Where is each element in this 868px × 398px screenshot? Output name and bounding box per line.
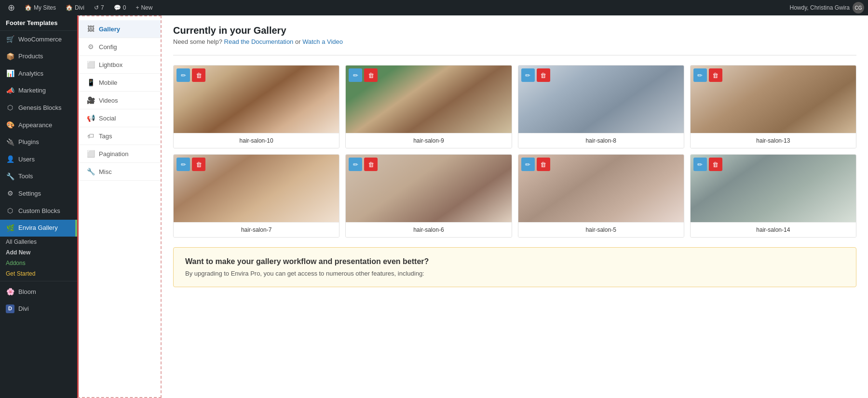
video-link[interactable]: Watch a Video (302, 38, 343, 45)
tab-pagination[interactable]: ⬜ Pagination (79, 145, 161, 163)
gallery-item[interactable]: ✏ 🗑 hair-salon-8 (518, 65, 684, 148)
image-label: hair-salon-5 (518, 222, 684, 237)
edit-image-button[interactable]: ✏ (693, 68, 707, 82)
woocommerce-icon: 🛒 (6, 35, 14, 44)
sidebar-header: Footer Templates (0, 15, 77, 31)
tags-tab-icon: 🏷 (86, 132, 95, 140)
products-icon: 📦 (6, 52, 14, 62)
my-sites-menu[interactable]: 🏠My Sites (21, 0, 60, 15)
sidebar-sub-all-galleries[interactable]: All Galleries (0, 237, 77, 247)
mobile-tab-icon: 📱 (86, 79, 95, 86)
sidebar-item-woocommerce[interactable]: 🛒 WooCommerce (0, 31, 77, 48)
tools-icon: 🔧 (6, 172, 14, 182)
gallery-tab-icon: 🖼 (86, 25, 95, 33)
delete-image-button[interactable]: 🗑 (537, 158, 550, 171)
delete-image-button[interactable]: 🗑 (364, 68, 378, 82)
users-icon: 👤 (6, 155, 14, 164)
delete-image-button[interactable]: 🗑 (709, 158, 722, 171)
gallery-item[interactable]: ✏ 🗑 hair-salon-5 (518, 154, 684, 238)
sidebar-item-appearance[interactable]: 🎨 Appearance (0, 117, 77, 134)
upgrade-banner: Want to make your gallery workflow and p… (173, 247, 856, 287)
tab-videos[interactable]: 🎥 Videos (79, 92, 161, 109)
gallery-item[interactable]: ✏ 🗑 hair-salon-13 (690, 65, 856, 148)
tab-config[interactable]: ⚙ Config (79, 38, 161, 56)
gallery-tab-sidebar: 🖼 Gallery ⚙ Config ⬜ Lightbox 📱 Mobile 🎥… (77, 15, 162, 398)
new-menu[interactable]: +New (132, 0, 156, 15)
sidebar-item-users[interactable]: 👤 Users (0, 151, 77, 168)
image-label: hair-salon-13 (691, 133, 856, 148)
misc-tab-icon: 🔧 (86, 168, 95, 175)
delete-image-button[interactable]: 🗑 (709, 68, 722, 82)
edit-image-button[interactable]: ✏ (521, 158, 535, 171)
plugins-icon: 🔌 (6, 138, 14, 147)
marketing-icon: 📣 (6, 86, 14, 96)
settings-icon: ⚙ (6, 189, 14, 199)
sidebar-item-envira-gallery[interactable]: 🌿 Envira Gallery (0, 220, 77, 237)
image-label: hair-salon-7 (174, 222, 339, 237)
gallery-help-text: Need some help? Read the Documentation o… (173, 38, 856, 45)
tab-tags[interactable]: 🏷 Tags (79, 127, 161, 145)
sidebar-item-analytics[interactable]: 📊 Analytics (0, 65, 77, 82)
upgrade-title: Want to make your gallery workflow and p… (185, 257, 844, 266)
updates-menu[interactable]: ↺7 (90, 0, 108, 15)
image-label: hair-salon-6 (346, 222, 511, 237)
appearance-icon: 🎨 (6, 120, 14, 130)
image-label: hair-salon-10 (174, 133, 339, 148)
sidebar-item-marketing[interactable]: 📣 Marketing (0, 82, 77, 100)
edit-image-button[interactable]: ✏ (349, 158, 362, 171)
sidebar-item-products[interactable]: 📦 Products (0, 48, 77, 66)
image-label: hair-salon-9 (346, 133, 511, 148)
sidebar-item-genesis-blocks[interactable]: ⬡ Genesis Blocks (0, 99, 77, 117)
edit-image-button[interactable]: ✏ (176, 158, 190, 171)
delete-image-button[interactable]: 🗑 (192, 68, 205, 82)
sidebar-item-divi[interactable]: D Divi (0, 301, 77, 317)
image-label: hair-salon-8 (518, 133, 684, 148)
edit-image-button[interactable]: ✏ (349, 68, 362, 82)
gallery-grid: ✏ 🗑 hair-salon-10 ✏ 🗑 (173, 65, 856, 238)
pagination-tab-icon: ⬜ (86, 150, 95, 158)
divi-menu[interactable]: 🏠Divi (62, 0, 88, 15)
envira-gallery-icon: 🌿 (6, 224, 14, 233)
tab-gallery[interactable]: 🖼 Gallery (79, 20, 161, 38)
sidebar-sub-get-started[interactable]: Get Started (0, 268, 77, 279)
gallery-section-title: Currently in your Gallery (173, 25, 856, 36)
tab-social[interactable]: 📢 Social (79, 109, 161, 127)
gallery-item[interactable]: ✏ 🗑 hair-salon-7 (173, 154, 339, 238)
gallery-item[interactable]: ✏ 🗑 hair-salon-6 (345, 154, 512, 238)
upgrade-text: By upgrading to Envira Pro, you can get … (185, 270, 844, 277)
genesis-blocks-icon: ⬡ (6, 103, 14, 113)
edit-image-button[interactable]: ✏ (521, 68, 535, 82)
gallery-item[interactable]: ✏ 🗑 hair-salon-14 (690, 154, 856, 238)
sidebar-item-tools[interactable]: 🔧 Tools (0, 168, 77, 186)
videos-tab-icon: 🎥 (86, 96, 95, 104)
edit-image-button[interactable]: ✏ (693, 158, 707, 171)
tab-mobile[interactable]: 📱 Mobile (79, 74, 161, 92)
user-info[interactable]: Howdy, Christina Gwira CG (790, 2, 864, 13)
tab-lightbox[interactable]: ⬜ Lightbox (79, 56, 161, 74)
delete-image-button[interactable]: 🗑 (537, 68, 550, 82)
main-panel: Currently in your Gallery Need some help… (162, 15, 868, 398)
sidebar-item-plugins[interactable]: 🔌 Plugins (0, 134, 77, 151)
divi-icon: D (6, 305, 14, 313)
bloom-icon: 🌸 (6, 287, 14, 297)
lightbox-tab-icon: ⬜ (86, 61, 95, 68)
gallery-item[interactable]: ✏ 🗑 hair-salon-9 (345, 65, 512, 148)
custom-blocks-icon: ⬡ (6, 206, 14, 216)
sidebar-item-custom-blocks[interactable]: ⬡ Custom Blocks (0, 202, 77, 220)
analytics-icon: 📊 (6, 69, 14, 79)
delete-image-button[interactable]: 🗑 (364, 158, 378, 171)
tab-misc[interactable]: 🔧 Misc (79, 163, 161, 181)
avatar: CG (853, 2, 864, 13)
sidebar-item-bloom[interactable]: 🌸 Bloom (0, 283, 77, 301)
image-label: hair-salon-14 (691, 222, 856, 237)
edit-image-button[interactable]: ✏ (176, 68, 190, 82)
delete-image-button[interactable]: 🗑 (192, 158, 205, 171)
comments-menu[interactable]: 💬0 (110, 0, 130, 15)
admin-bar: ⊕ 🏠My Sites 🏠Divi ↺7 💬0 +New Howdy, Chri… (0, 0, 868, 15)
sidebar-sub-add-new[interactable]: Add New (0, 247, 77, 258)
wp-logo[interactable]: ⊕ (4, 0, 19, 15)
sidebar-sub-addons[interactable]: Addons (0, 258, 77, 268)
gallery-item[interactable]: ✏ 🗑 hair-salon-10 (173, 65, 339, 148)
doc-link[interactable]: Read the Documentation (224, 38, 294, 45)
sidebar-item-settings[interactable]: ⚙ Settings (0, 185, 77, 202)
